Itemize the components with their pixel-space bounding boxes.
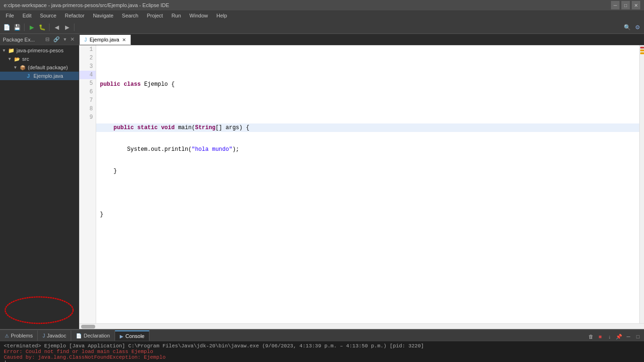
- tab-label: Ejemplo.java: [90, 37, 119, 42]
- menu-refactor[interactable]: Refactor: [61, 12, 89, 19]
- save-button[interactable]: 💾: [12, 23, 22, 32]
- right-scrollbar[interactable]: [639, 45, 644, 323]
- system-ref: System: [127, 145, 148, 154]
- link-with-editor-icon[interactable]: 🔗: [52, 36, 61, 43]
- horiz-scroll-thumb[interactable]: [81, 325, 95, 329]
- tree-item-project[interactable]: ▼ 📁 java-primeros-pesos: [0, 46, 79, 55]
- bottom-tab-console[interactable]: ▶ Console: [115, 330, 149, 341]
- javadoc-icon: J: [42, 333, 45, 338]
- code-line-6: }: [96, 167, 639, 175]
- bottom-panel-controls: 🗑 ■ ↓ 📌 ─ □: [586, 332, 644, 341]
- collapse-all-icon[interactable]: ⊟: [44, 36, 51, 43]
- tree-item-file[interactable]: J Ejemplo.java: [0, 72, 79, 80]
- line-num-5: 5: [79, 79, 96, 88]
- title-bar-text: e:clpse-workspace - java-primeros-pesos/…: [4, 2, 169, 8]
- kw-public-4: public: [114, 123, 137, 132]
- tree-arrow-src: ▼: [8, 57, 13, 61]
- prev-button[interactable]: ◀: [52, 23, 61, 32]
- dot2: .: [161, 145, 165, 154]
- code-line-3: [96, 102, 639, 110]
- line-num-9: 9: [79, 113, 96, 122]
- classname-ejemplo: Ejemplo: [144, 80, 172, 89]
- code-line-5: System.out.println("hola mundo");: [96, 145, 639, 154]
- src-icon: 📂: [13, 56, 21, 62]
- project-label: java-primeros-pesos: [17, 48, 64, 53]
- code-content[interactable]: public class Ejemplo { public static voi…: [96, 45, 639, 323]
- menu-edit[interactable]: Edit: [19, 12, 35, 19]
- editor-tab-ejemplo[interactable]: J Ejemplo.java ✕: [79, 34, 131, 45]
- sidebar-header: Package Ex... ⊟ 🔗 ▾ ✕: [0, 34, 79, 45]
- next-button[interactable]: ▶: [62, 23, 72, 32]
- menu-run[interactable]: Run: [168, 12, 185, 19]
- println-ref: println: [165, 145, 188, 154]
- panel-maximize-button[interactable]: □: [634, 332, 642, 341]
- problems-label: Problems: [11, 333, 33, 338]
- horizontal-scrollbar[interactable]: [79, 323, 644, 329]
- console-terminate-button[interactable]: ■: [596, 332, 604, 341]
- toolbar: 📄 💾 ▶ 🐛 ◀ ▶ 🔍 ⚙: [0, 21, 644, 34]
- console-label: Console: [125, 333, 144, 339]
- maximize-button[interactable]: □: [621, 1, 630, 9]
- file-label: Ejemplo.java: [33, 73, 63, 79]
- tree-item-package[interactable]: ▼ 📦 (default package): [0, 63, 79, 72]
- paren-open-5: (: [188, 145, 191, 154]
- line-num-2: 2: [79, 54, 96, 62]
- toolbar-separator-3: [74, 24, 74, 31]
- method-main: main: [178, 123, 192, 132]
- tab-close-icon[interactable]: ✕: [122, 37, 126, 42]
- tree-item-src[interactable]: ▼ 📂 src: [0, 55, 79, 63]
- console-icon: ▶: [120, 334, 124, 339]
- bottom-tab-problems[interactable]: ⚠ Problems: [0, 330, 38, 341]
- code-line-8: }: [96, 210, 639, 219]
- indent-4: [100, 123, 114, 132]
- menu-window[interactable]: Window: [186, 12, 212, 19]
- menu-file[interactable]: File: [2, 12, 18, 19]
- scroll-marker-2: [640, 49, 644, 51]
- code-editor[interactable]: 1 2 3 4 5 6 7 8 9 public class Ejemplo {…: [79, 45, 644, 323]
- bottom-tab-javadoc[interactable]: J Javadoc: [38, 330, 71, 341]
- run-button[interactable]: ▶: [27, 23, 36, 32]
- console-pin-button[interactable]: 📌: [615, 332, 623, 341]
- debug-button[interactable]: 🐛: [37, 23, 47, 32]
- tab-bar: J Ejemplo.java ✕: [79, 34, 644, 45]
- close-button[interactable]: ✕: [632, 1, 640, 9]
- menu-search[interactable]: Search: [118, 12, 142, 19]
- code-line-4: public static void main(String[] args) {: [96, 123, 639, 132]
- perspective-button[interactable]: ⚙: [633, 23, 642, 32]
- brace-open-2: {: [171, 80, 174, 89]
- tab-java-icon: J: [84, 37, 87, 42]
- console-content[interactable]: <terminated> Ejemplo [Java Application] …: [0, 341, 644, 362]
- line-num-8: 8: [79, 105, 96, 113]
- string-hola: "hola mundo": [191, 145, 232, 154]
- bottom-tab-declaration[interactable]: 📄 Declaration: [71, 330, 115, 341]
- brackets: [] args) {: [215, 123, 249, 132]
- scroll-marker-1: [640, 47, 644, 49]
- menu-source[interactable]: Source: [36, 12, 60, 19]
- console-error-line-1: Error: Could not find or load main class…: [4, 349, 640, 354]
- indent-6: }: [100, 167, 117, 175]
- console-clear-button[interactable]: 🗑: [586, 332, 595, 341]
- menu-help[interactable]: Help: [213, 12, 231, 19]
- bottom-tab-bar: ⚠ Problems J Javadoc 📄 Declaration ▶ Con…: [0, 330, 644, 341]
- package-label: (default package): [28, 65, 68, 70]
- code-line-1: [96, 58, 639, 67]
- view-menu-icon[interactable]: ▾: [62, 36, 68, 43]
- toolbar-separator-1: [24, 24, 25, 31]
- menu-project[interactable]: Project: [143, 12, 166, 19]
- menu-navigate[interactable]: Navigate: [89, 12, 117, 19]
- brace-close-8: }: [100, 210, 103, 219]
- sidebar-header-icons: ⊟ 🔗 ▾ ✕: [44, 36, 76, 43]
- panel-minimize-button[interactable]: ─: [624, 332, 633, 341]
- javadoc-label: Javadoc: [47, 333, 66, 338]
- sidebar-close-icon[interactable]: ✕: [69, 36, 76, 43]
- editor-area: J Ejemplo.java ✕ 1 2 3 4 5 6 7 8 9: [79, 34, 644, 329]
- minimize-button[interactable]: ─: [611, 1, 619, 9]
- title-bar-controls: ─ □ ✕: [611, 1, 640, 9]
- console-terminated-line: <terminated> Ejemplo [Java Application] …: [4, 343, 640, 349]
- console-error-line-2: Caused by: java.lang.ClassNotFoundExcept…: [4, 354, 640, 360]
- line-numbers: 1 2 3 4 5 6 7 8 9: [79, 45, 96, 323]
- kw-static: static: [137, 123, 161, 132]
- console-scroll-button[interactable]: ↓: [605, 332, 614, 341]
- search-toolbar-button[interactable]: 🔍: [622, 23, 632, 32]
- new-button[interactable]: 📄: [2, 23, 11, 32]
